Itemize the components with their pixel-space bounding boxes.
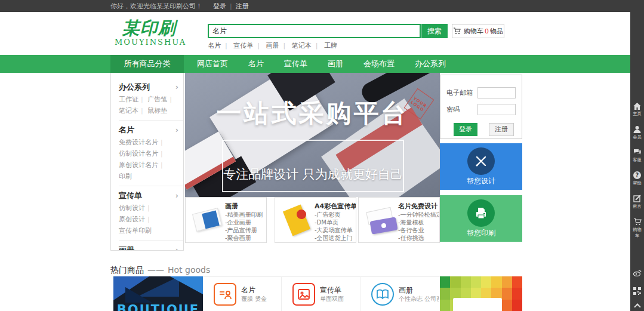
rail-label: 主页 bbox=[631, 111, 643, 117]
help-icon bbox=[633, 171, 641, 179]
topbar: 你好，欢迎光临某某印刷公司！ 登录 | 注册 bbox=[0, 0, 644, 12]
logo-title: 某印刷 bbox=[115, 19, 183, 38]
login-link[interactable]: 登录 bbox=[213, 2, 226, 11]
category-link[interactable]: 工作证 bbox=[119, 96, 146, 103]
hero-banner[interactable]: YOUR LOGO 一站式采购平台 专注品牌设计 只为成就更好自己 bbox=[185, 73, 440, 197]
back-to-top-button[interactable]: TOP bbox=[630, 304, 644, 311]
promo-card-item: -企业画册 bbox=[225, 218, 267, 226]
promo-card-album[interactable]: 画册 -精美画册印刷 -企业画册 -产品宣传册 -聚会画册 bbox=[185, 197, 267, 243]
nav-item-home[interactable]: 网店首页 bbox=[197, 58, 228, 69]
category-link[interactable]: 原创设计名片 bbox=[119, 161, 165, 169]
cart-icon bbox=[633, 218, 642, 226]
side-toolbar: 主页 会员 客服 帮助 留言 购物车 bbox=[630, 0, 644, 311]
promo-card-item: -全国送货上门 bbox=[315, 234, 356, 242]
category-title[interactable]: 办公系列 bbox=[119, 81, 183, 94]
email-field[interactable] bbox=[477, 87, 516, 98]
nav-item-cards[interactable]: 名片 bbox=[248, 58, 264, 69]
nav-item-venue[interactable]: 会场布置 bbox=[363, 58, 395, 69]
user-icon bbox=[633, 125, 641, 133]
category-title[interactable]: 宣传单 bbox=[119, 189, 183, 202]
qrcode-icon bbox=[633, 287, 641, 295]
hot-goods-row: BOUTIQUE 名片 覆膜 烫金 宣传单 单面双面 bbox=[110, 276, 522, 311]
promo-card-item: -DM单页 bbox=[315, 218, 356, 226]
rail-service-button[interactable]: 客服 bbox=[630, 149, 644, 163]
rail-member-button[interactable]: 会员 bbox=[630, 125, 644, 140]
login-button[interactable]: 登录 bbox=[454, 123, 477, 136]
hot-link[interactable]: 画册 bbox=[266, 42, 289, 50]
cart-button[interactable]: 购物车 0 物品 bbox=[452, 24, 504, 38]
promo-card-item: -海量模板 bbox=[398, 218, 440, 226]
nav-item-albums[interactable]: 画册 bbox=[328, 58, 343, 69]
banner-title: 一站式采购平台 bbox=[185, 97, 440, 130]
category-link[interactable]: 原创设计 bbox=[119, 215, 152, 223]
rail-message-button[interactable]: 留言 bbox=[630, 195, 644, 210]
all-categories-button[interactable]: 所有商品分类 bbox=[110, 55, 184, 73]
rail-help-button[interactable]: 帮助 bbox=[630, 171, 644, 186]
hot-product-image-mosaic[interactable] bbox=[440, 276, 522, 311]
promo-card-item: -产品宣传册 bbox=[225, 226, 267, 234]
banner-subtitle-box: 专注品牌设计 只为成就更好自己 bbox=[222, 140, 404, 192]
qrcode-button[interactable] bbox=[630, 286, 644, 297]
banner-subtitle: 专注品牌设计 只为成就更好自己 bbox=[223, 166, 403, 183]
category-link[interactable]: 广告笔 bbox=[147, 96, 174, 103]
site-logo[interactable]: 某印刷 MOUYINSHUA bbox=[115, 19, 183, 47]
rail-home-button[interactable]: 主页 bbox=[630, 103, 644, 117]
promo-card-title: 画册 bbox=[225, 202, 267, 211]
hot-item-businesscard[interactable]: 名片 覆膜 烫金 bbox=[203, 277, 282, 311]
hot-item-flyer[interactable]: 宣传单 单面双面 bbox=[282, 277, 360, 311]
businesscard-thumbnail bbox=[362, 202, 397, 238]
register-link[interactable]: 注册 bbox=[236, 2, 249, 11]
header: 某印刷 MOUYINSHUA 搜索 名片 宣传单 画册 笔记本 工牌 购物车 0… bbox=[0, 12, 644, 55]
rail-cart-button[interactable]: 购物车 bbox=[630, 218, 644, 239]
nav-item-flyers[interactable]: 宣传单 bbox=[284, 58, 307, 69]
password-field[interactable] bbox=[477, 104, 516, 115]
category-link[interactable]: 免费设计名片 bbox=[119, 138, 165, 146]
chat-icon bbox=[633, 149, 642, 156]
rail-label: 客服 bbox=[631, 157, 643, 163]
hot-product-image-boutique[interactable]: BOUTIQUE bbox=[113, 276, 203, 311]
album-thumbnail bbox=[189, 202, 224, 238]
promo-card-item: -一分钟轻松搞定 bbox=[398, 211, 440, 218]
hot-link[interactable]: 笔记本 bbox=[292, 42, 322, 50]
category-link[interactable]: 宣传单印刷 bbox=[119, 227, 152, 235]
category-title[interactable]: 名片 bbox=[119, 124, 183, 137]
promo-card-item: -广告彩页 bbox=[315, 211, 356, 218]
promo-card-businesscard[interactable]: 名片免费设计 -一分钟轻松搞定 -海量模板 -各行各业 -任你挑选 bbox=[358, 197, 440, 243]
print-service-banner[interactable]: 帮您印刷 bbox=[440, 195, 522, 242]
design-service-banner[interactable]: 帮您设计 bbox=[440, 143, 522, 190]
category-link[interactable]: 笔记本 bbox=[119, 107, 146, 115]
promo-card-flyer[interactable]: A4彩色宣传单 -广告彩页 -DM单页 -大卖场宣传单 -全国送货上门 bbox=[275, 197, 356, 243]
search-input[interactable] bbox=[208, 24, 421, 38]
rail-label: 购物车 bbox=[631, 227, 643, 239]
promo-card-item: -聚会画册 bbox=[225, 234, 267, 242]
rail-label: 会员 bbox=[631, 134, 643, 140]
cart-label: 购物车 bbox=[464, 27, 483, 36]
promo-card-title: A4彩色宣传单 bbox=[315, 202, 356, 211]
category-link[interactable]: 仿制设计名片 bbox=[119, 150, 165, 158]
promo-card-title: 名片免费设计 bbox=[398, 202, 440, 211]
hot-link[interactable]: 工牌 bbox=[324, 42, 337, 50]
category-link[interactable]: 印刷 bbox=[119, 173, 132, 180]
search-button[interactable]: 搜索 bbox=[421, 24, 448, 38]
heading-divider: —— bbox=[147, 265, 164, 275]
hot-item-subtitle: 单面双面 bbox=[320, 295, 344, 303]
image-decor bbox=[125, 287, 152, 303]
hot-goods-heading: 热门商品——Hot goods bbox=[110, 265, 210, 276]
nav-item-office[interactable]: 办公系列 bbox=[415, 58, 446, 69]
home-icon bbox=[633, 103, 641, 110]
hot-search-links: 名片 宣传单 画册 笔记本 工牌 bbox=[208, 41, 448, 50]
category-link[interactable]: 鼠标垫 bbox=[147, 107, 167, 115]
hot-item-album[interactable]: 画册 个性杂志 公司画册 bbox=[360, 277, 439, 311]
album-icon bbox=[371, 283, 394, 306]
hot-link[interactable]: 名片 bbox=[208, 42, 232, 50]
hot-goods-title-cn: 热门商品 bbox=[110, 265, 144, 275]
category-link[interactable]: 仿制设计 bbox=[119, 204, 152, 212]
register-button[interactable]: 注册 bbox=[489, 123, 514, 136]
category-section: 画册 仿制设计 原创设计 画册印刷 bbox=[119, 240, 183, 251]
divider: | bbox=[230, 2, 232, 10]
weibo-button[interactable] bbox=[630, 267, 644, 279]
category-title[interactable]: 画册 bbox=[119, 244, 183, 251]
hot-link[interactable]: 宣传单 bbox=[233, 42, 264, 50]
cart-count: 0 bbox=[485, 27, 489, 35]
weibo-icon bbox=[633, 269, 642, 276]
